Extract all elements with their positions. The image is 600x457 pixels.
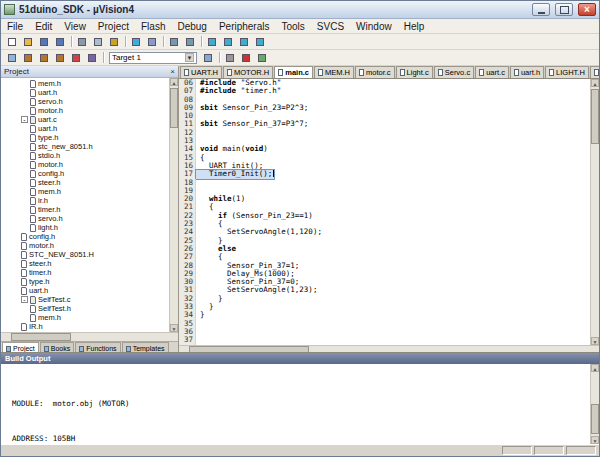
code-line[interactable]: 33 } [179, 303, 590, 311]
editor-tab[interactable]: Light.c [396, 66, 433, 78]
scroll-down-icon[interactable]: ▼ [591, 337, 599, 345]
code-line[interactable]: 20 while(1) [179, 195, 590, 203]
close-button[interactable] [578, 3, 596, 16]
expand-toggle-icon[interactable] [21, 296, 28, 303]
scroll-thumb[interactable] [591, 404, 599, 434]
cut-icon[interactable] [74, 35, 90, 49]
code-line[interactable]: 09 sbit Sensor_Pin_23=P2^3; [179, 104, 590, 112]
scroll-thumb[interactable] [170, 88, 178, 128]
tree-item[interactable]: uart.h [1, 124, 169, 133]
tree-item[interactable]: type.h [1, 277, 169, 286]
editor-tab[interactable]: motor.c [355, 66, 395, 78]
code-line[interactable]: 32 } [179, 295, 590, 303]
code-line[interactable]: 14 void main(void) [179, 145, 590, 153]
bookmark-icon[interactable] [204, 35, 220, 49]
tree-item[interactable]: timer.h [1, 205, 169, 214]
find-in-files-icon[interactable] [182, 35, 198, 49]
open-file-icon[interactable] [20, 35, 36, 49]
tree-item[interactable]: servo.h [1, 214, 169, 223]
tree-item[interactable]: stc_new_8051.h [1, 142, 169, 151]
tree-item[interactable]: uart.h [1, 286, 169, 295]
menu-item[interactable]: Debug [171, 21, 212, 32]
file-extensions-icon[interactable] [222, 51, 238, 65]
tree-item[interactable]: mem.h [1, 79, 169, 88]
tree-item[interactable]: config.h [1, 232, 169, 241]
editor-tab[interactable]: uart.c [475, 66, 509, 78]
target-select[interactable]: Target 1 ▼ [109, 52, 197, 64]
code-line[interactable]: 26 else [179, 245, 590, 253]
menu-item[interactable]: Edit [29, 21, 58, 32]
editor-tab[interactable]: LIGHT.H [545, 66, 589, 78]
menu-item[interactable]: Flash [135, 21, 171, 32]
new-file-icon[interactable] [4, 35, 20, 49]
code-line[interactable]: 34 } [179, 311, 590, 319]
tree-item[interactable]: STC_NEW_8051.H [1, 250, 169, 259]
tree-item[interactable]: uart.h [1, 88, 169, 97]
panel-close-icon[interactable]: × [170, 68, 175, 76]
editor-vscrollbar[interactable]: ▲ ▼ [590, 79, 599, 345]
scroll-thumb[interactable] [11, 333, 71, 341]
scroll-up-icon[interactable]: ▲ [591, 79, 599, 87]
code-line[interactable]: 24 SetServoAngle(1,120); [179, 228, 590, 236]
tree-item[interactable]: type.h [1, 133, 169, 142]
code-line[interactable]: 11 sbit Sensor_Pin_37=P3^7; [179, 120, 590, 128]
minimize-button[interactable] [532, 3, 550, 16]
code-line[interactable]: 18 [179, 179, 590, 187]
scroll-up-icon[interactable]: ▲ [170, 78, 178, 86]
code-line[interactable]: 25 } [179, 237, 590, 245]
options-for-target-icon[interactable] [200, 51, 216, 65]
title-bar[interactable]: 51duino_SDK - µVision4 [1, 1, 599, 19]
code-line[interactable]: 31 SetServoAngle(1,23); [179, 286, 590, 294]
expand-toggle-icon[interactable] [21, 116, 28, 123]
editor-tab[interactable]: LCD_128 [590, 66, 599, 78]
tree-item[interactable]: light.h [1, 223, 169, 232]
project-panel-caption[interactable]: Project × [1, 66, 178, 78]
scroll-thumb[interactable] [591, 89, 599, 144]
editor-tab[interactable]: MEM.H [314, 66, 354, 78]
clear-bookmarks-icon[interactable] [252, 35, 268, 49]
prev-bookmark-icon[interactable] [220, 35, 236, 49]
tree-item[interactable]: servo.h [1, 97, 169, 106]
save-icon[interactable] [36, 35, 52, 49]
redo-icon[interactable] [144, 35, 160, 49]
menu-item[interactable]: View [58, 21, 92, 32]
tree-item[interactable]: IR.h [1, 322, 169, 331]
project-tree-hscrollbar[interactable] [1, 332, 178, 341]
menu-item[interactable]: File [1, 21, 29, 32]
batch-build-icon[interactable] [52, 51, 68, 65]
start-debug-icon[interactable] [238, 51, 254, 65]
translate-icon[interactable] [4, 51, 20, 65]
code-line[interactable]: 17 Timer0_Init(); [179, 170, 590, 178]
chevron-down-icon[interactable]: ▼ [185, 53, 194, 62]
menu-item[interactable]: SVCS [311, 21, 350, 32]
tree-item[interactable]: mem.h [1, 187, 169, 196]
copy-icon[interactable] [90, 35, 106, 49]
menu-item[interactable]: Peripherals [213, 21, 276, 32]
code-line[interactable]: 35 [179, 320, 590, 328]
menu-item[interactable]: Project [92, 21, 135, 32]
code-line[interactable]: 36 [179, 328, 590, 336]
code-line[interactable]: 07 #include "timer.h" [179, 87, 590, 95]
tree-item[interactable]: mem.h [1, 313, 169, 322]
undo-icon[interactable] [128, 35, 144, 49]
tree-item[interactable]: stdio.h [1, 151, 169, 160]
stop-build-icon[interactable] [68, 51, 84, 65]
code-line[interactable]: 12 [179, 129, 590, 137]
editor-tab[interactable]: uart.h [510, 66, 544, 78]
tree-item[interactable]: motor.h [1, 241, 169, 250]
tree-item[interactable]: timer.h [1, 268, 169, 277]
tree-item[interactable]: config.h [1, 169, 169, 178]
maximize-button[interactable] [555, 3, 573, 16]
download-icon[interactable] [84, 51, 100, 65]
paste-icon[interactable] [106, 35, 122, 49]
editor-tab[interactable]: UART.H [180, 66, 222, 78]
build-output-scrollbar[interactable]: ▲ ▼ [590, 364, 599, 444]
project-tree-scrollbar[interactable]: ▲ ▼ [169, 78, 178, 332]
tree-item[interactable]: motor.h [1, 106, 169, 115]
code-line[interactable]: 22 if (Sensor_Pin_23==1) [179, 212, 590, 220]
tree-item[interactable]: uart.c [1, 115, 169, 124]
tree-item[interactable]: motor.h [1, 160, 169, 169]
build-icon[interactable] [20, 51, 36, 65]
periodic-window-update-icon[interactable] [254, 51, 270, 65]
rebuild-icon[interactable] [36, 51, 52, 65]
